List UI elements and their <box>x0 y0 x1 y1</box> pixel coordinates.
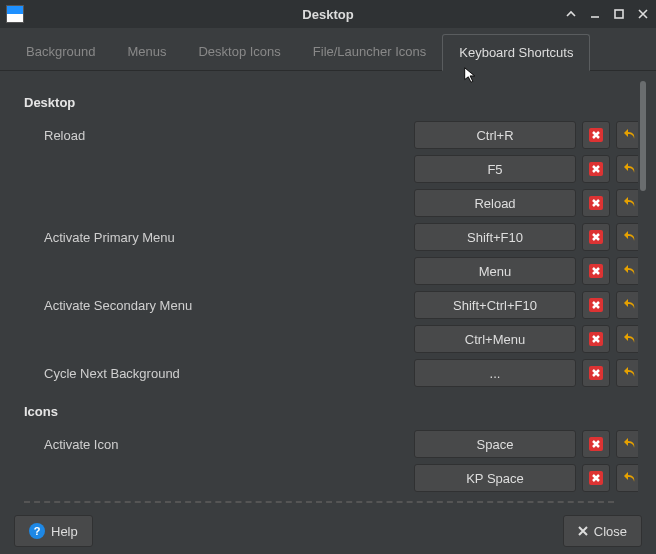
shortcut-binding-button[interactable]: ... <box>414 359 576 387</box>
scrollbar[interactable] <box>638 81 650 508</box>
help-button[interactable]: ? Help <box>14 515 93 547</box>
tab-bar: Background Menus Desktop Icons File/Laun… <box>0 28 656 71</box>
window-title: Desktop <box>0 7 656 22</box>
delete-icon <box>589 332 603 346</box>
reset-binding-button[interactable] <box>616 189 638 217</box>
undo-icon <box>622 296 638 315</box>
section-header-icons: Icons <box>24 390 634 427</box>
tab-menus[interactable]: Menus <box>111 34 182 70</box>
delete-binding-button[interactable] <box>582 257 610 285</box>
section-separator <box>24 501 614 503</box>
reset-binding-button[interactable] <box>616 291 638 319</box>
shortcut-row-secondary-menu-0: Activate Secondary Menu Shift+Ctrl+F10 <box>24 288 634 322</box>
shortcut-binding-button[interactable]: Shift+F10 <box>414 223 576 251</box>
shortcut-row-secondary-menu-1: Ctrl+Menu <box>24 322 634 356</box>
delete-icon <box>589 162 603 176</box>
reset-binding-button[interactable] <box>616 325 638 353</box>
shortcut-binding-button[interactable]: Ctrl+Menu <box>414 325 576 353</box>
shortcut-label: Activate Secondary Menu <box>24 298 414 313</box>
scrollbar-thumb[interactable] <box>640 81 646 191</box>
shortcut-label: Activate Primary Menu <box>24 230 414 245</box>
shortcut-row-primary-menu-0: Activate Primary Menu Shift+F10 <box>24 220 634 254</box>
delete-binding-button[interactable] <box>582 155 610 183</box>
undo-icon <box>622 228 638 247</box>
delete-binding-button[interactable] <box>582 430 610 458</box>
shortcut-binding-button[interactable]: Menu <box>414 257 576 285</box>
delete-icon <box>589 128 603 142</box>
shortcut-binding-button[interactable]: Shift+Ctrl+F10 <box>414 291 576 319</box>
tab-file-launcher-icons[interactable]: File/Launcher Icons <box>297 34 442 70</box>
tab-desktop-icons[interactable]: Desktop Icons <box>182 34 296 70</box>
app-icon <box>6 5 24 23</box>
delete-icon <box>589 471 603 485</box>
shortcut-row-activate-icon-0: Activate Icon Space <box>24 427 634 461</box>
undo-icon <box>622 364 638 383</box>
reset-binding-button[interactable] <box>616 121 638 149</box>
delete-icon <box>589 196 603 210</box>
delete-icon <box>589 366 603 380</box>
undo-icon <box>622 160 638 179</box>
undo-icon <box>622 194 638 213</box>
reset-binding-button[interactable] <box>616 359 638 387</box>
section-header-desktop: Desktop <box>24 81 634 118</box>
shortcut-row-reload-0: Reload Ctrl+R <box>24 118 634 152</box>
shortcut-label: Reload <box>24 128 414 143</box>
undo-icon <box>622 435 638 454</box>
shortcut-row-reload-2: Reload <box>24 186 634 220</box>
delete-binding-button[interactable] <box>582 121 610 149</box>
shortcut-label: Cycle Next Background <box>24 366 414 381</box>
close-button[interactable]: Close <box>563 515 642 547</box>
minimize-button[interactable] <box>588 7 602 21</box>
tab-background[interactable]: Background <box>10 34 111 70</box>
shortcut-binding-button[interactable]: Reload <box>414 189 576 217</box>
reset-binding-button[interactable] <box>616 223 638 251</box>
help-icon: ? <box>29 523 45 539</box>
delete-icon <box>589 298 603 312</box>
undo-icon <box>622 469 638 488</box>
delete-icon <box>589 437 603 451</box>
undo-icon <box>622 262 638 281</box>
shortcut-row-activate-icon-1: KP Space <box>24 461 634 495</box>
shortcut-row-reload-1: F5 <box>24 152 634 186</box>
shortcut-binding-button[interactable]: Ctrl+R <box>414 121 576 149</box>
close-window-button[interactable] <box>636 7 650 21</box>
reset-binding-button[interactable] <box>616 155 638 183</box>
reset-binding-button[interactable] <box>616 430 638 458</box>
delete-icon <box>589 230 603 244</box>
close-button-label: Close <box>594 524 627 539</box>
help-button-label: Help <box>51 524 78 539</box>
dialog-footer: ? Help Close <box>0 508 656 554</box>
close-icon <box>578 524 588 539</box>
delete-binding-button[interactable] <box>582 291 610 319</box>
tab-keyboard-shortcuts[interactable]: Keyboard Shortcuts <box>442 34 590 71</box>
delete-binding-button[interactable] <box>582 359 610 387</box>
undo-icon <box>622 330 638 349</box>
title-bar: Desktop <box>0 0 656 28</box>
reset-binding-button[interactable] <box>616 257 638 285</box>
delete-icon <box>589 264 603 278</box>
rollup-button[interactable] <box>564 7 578 21</box>
maximize-button[interactable] <box>612 7 626 21</box>
delete-binding-button[interactable] <box>582 464 610 492</box>
content-wrapper: Desktop Reload Ctrl+R F5 <box>0 71 656 508</box>
shortcut-binding-button[interactable]: KP Space <box>414 464 576 492</box>
shortcut-row-primary-menu-1: Menu <box>24 254 634 288</box>
delete-binding-button[interactable] <box>582 325 610 353</box>
delete-binding-button[interactable] <box>582 189 610 217</box>
shortcut-row-cycle-bg-0: Cycle Next Background ... <box>24 356 634 390</box>
shortcut-list: Desktop Reload Ctrl+R F5 <box>0 71 638 508</box>
undo-icon <box>622 126 638 145</box>
shortcut-binding-button[interactable]: Space <box>414 430 576 458</box>
shortcut-label: Activate Icon <box>24 437 414 452</box>
shortcut-binding-button[interactable]: F5 <box>414 155 576 183</box>
window: Desktop Background Menus Desktop Icons F… <box>0 0 656 554</box>
svg-rect-0 <box>615 10 623 18</box>
window-controls <box>564 7 650 21</box>
reset-binding-button[interactable] <box>616 464 638 492</box>
delete-binding-button[interactable] <box>582 223 610 251</box>
